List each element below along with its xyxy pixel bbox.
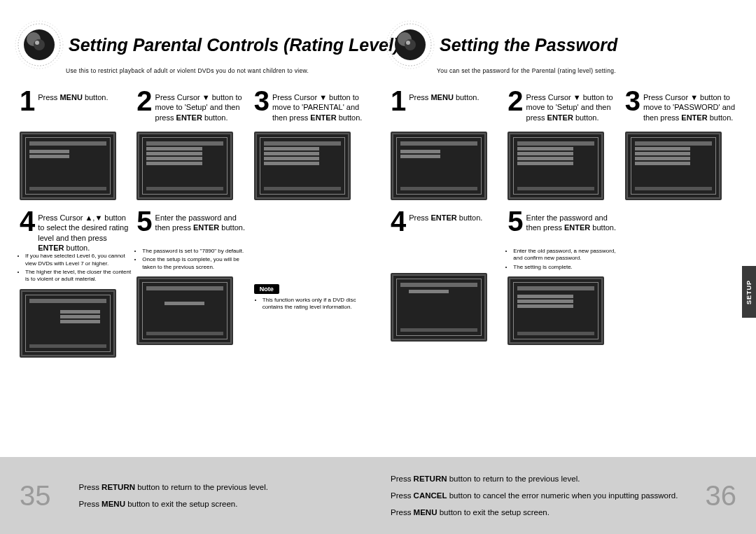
steps-bottom: 4 Press Cursor ▲,▼ button to select the …	[20, 209, 365, 362]
note-item: If you have selected Level 6, you cannot…	[25, 253, 131, 267]
page-footer: Press RETURN button to return to the pre…	[378, 457, 756, 534]
step-number: 4	[391, 209, 406, 234]
steps-top: 1 Press MENU button. 2 Press Cursor ▼ bu…	[391, 88, 736, 204]
step-number: 5	[136, 209, 152, 234]
step-number: 2	[507, 88, 523, 113]
svg-point-11	[406, 41, 410, 45]
note-item: Once the setup is complete, you will be …	[142, 256, 248, 271]
step-5: 5 Enter the password and then press ENTE…	[507, 209, 619, 349]
note-block: Note This function works only if a DVD d…	[254, 209, 365, 362]
step-text: Enter the password and then press ENTER …	[526, 209, 620, 233]
steps-top: 1 Press MENU button. 2 Press Cursor ▼ bu…	[20, 88, 365, 204]
step-notes: Enter the old password, a new password, …	[507, 248, 619, 271]
osd-screenshot	[391, 273, 487, 342]
spacer	[625, 209, 736, 349]
page-title: Setting Parental Controls (Rating Level)	[69, 35, 399, 55]
step-5: 5 Enter the password and then press ENTE…	[136, 209, 248, 362]
step-1: 1 Press MENU button.	[391, 88, 502, 204]
page-right: Setting the Password You can set the pas…	[378, 0, 756, 534]
step-text: Press Cursor ▼ button to move to 'PARENT…	[272, 88, 365, 122]
svg-point-5	[35, 41, 39, 45]
step-notes: The password is set to "7890" by default…	[136, 248, 248, 271]
svg-point-10	[405, 39, 416, 50]
page-footer: 35 Press RETURN button to return to the …	[0, 457, 378, 534]
step-number: 2	[136, 88, 152, 113]
page-title: Setting the Password	[440, 35, 617, 55]
osd-screenshot	[625, 132, 722, 200]
step-number: 3	[254, 88, 270, 113]
note-item: This function works only if a DVD disc c…	[262, 297, 365, 311]
step-text: Press Cursor ▼ button to move to 'PASSWO…	[643, 88, 736, 122]
step-number: 1	[20, 88, 35, 113]
title-row: Setting the Password	[391, 20, 736, 70]
footer-line: Press CANCEL button to cancel the error …	[391, 487, 706, 504]
osd-screenshot	[507, 132, 604, 200]
step-1: 1 Press MENU button.	[20, 88, 131, 204]
step-number: 4	[20, 209, 35, 234]
osd-screenshot	[20, 132, 116, 200]
osd-screenshot	[20, 289, 116, 358]
step-text: Press MENU button.	[38, 88, 108, 102]
note-item: The higher the level, the closer the con…	[25, 269, 131, 283]
step-text: Press Cursor ▼ button to move to 'Setup'…	[155, 88, 248, 122]
page-number: 36	[706, 480, 737, 512]
note-item: Enter the old password, a new password, …	[513, 248, 619, 262]
note-item: The password is set to "7890" by default…	[142, 248, 248, 255]
speaker-icon	[385, 20, 435, 70]
osd-screenshot	[136, 132, 233, 200]
step-2: 2 Press Cursor ▼ button to move to 'Setu…	[507, 88, 619, 204]
steps-bottom: 4 Press ENTER button. 5 Enter the passwo…	[391, 209, 736, 349]
step-text: Press MENU button.	[409, 88, 479, 102]
osd-screenshot	[507, 276, 604, 345]
footer-line: Press MENU button to exit the setup scre…	[79, 496, 366, 512]
page-number: 35	[20, 480, 51, 512]
step-3: 3 Press Cursor ▼ button to move to 'PASS…	[625, 88, 736, 204]
footer-text: Press RETURN button to return to the pre…	[391, 470, 706, 521]
note-item: The setting is complete.	[513, 264, 619, 271]
section-tab: SETUP	[742, 266, 756, 318]
note-badge: Note	[254, 284, 279, 294]
svg-point-4	[34, 39, 45, 50]
step-4: 4 Press Cursor ▲,▼ button to select the …	[20, 209, 131, 362]
page-left: Setting Parental Controls (Rating Level)…	[0, 0, 378, 534]
title-row: Setting Parental Controls (Rating Level)	[20, 20, 365, 70]
step-notes: If you have selected Level 6, you cannot…	[20, 253, 131, 283]
step-number: 5	[507, 209, 523, 234]
step-text: Press Cursor ▼ button to move to 'Setup'…	[526, 88, 620, 122]
page-subtitle: You can set the password for the Parenta…	[437, 67, 736, 74]
step-3: 3 Press Cursor ▼ button to move to 'PARE…	[254, 88, 365, 204]
manual-spread: Setting Parental Controls (Rating Level)…	[0, 0, 756, 534]
step-number: 3	[625, 88, 640, 113]
footer-line: Press RETURN button to return to the pre…	[391, 470, 706, 487]
step-4: 4 Press ENTER button.	[391, 209, 502, 349]
osd-screenshot	[254, 132, 351, 200]
osd-screenshot	[391, 132, 487, 200]
page-subtitle: Use this to restrict playback of adult o…	[66, 67, 365, 74]
step-2: 2 Press Cursor ▼ button to move to 'Setu…	[136, 88, 248, 204]
step-text: Enter the password and then press ENTER …	[155, 209, 248, 233]
footer-line: Press MENU button to exit the setup scre…	[391, 504, 706, 521]
osd-screenshot	[136, 276, 233, 345]
footer-line: Press RETURN button to return to the pre…	[79, 479, 366, 496]
step-number: 1	[391, 88, 406, 113]
step-text: Press ENTER button.	[409, 209, 482, 223]
step-text: Press Cursor ▲,▼ button to select the de…	[38, 209, 131, 253]
speaker-icon	[14, 20, 64, 70]
note-list: This function works only if a DVD disc c…	[254, 297, 365, 311]
footer-text: Press RETURN button to return to the pre…	[51, 479, 366, 512]
